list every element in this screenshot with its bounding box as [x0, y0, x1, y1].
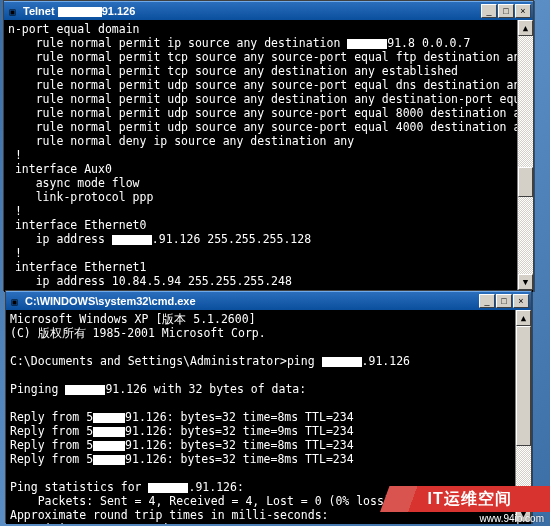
term-line: Approximate round trip times in milli-se…: [10, 508, 329, 522]
term-line: rule normal permit udp source any source…: [8, 120, 533, 134]
minimize-button[interactable]: _: [479, 294, 495, 308]
term-line: interface Aux0: [8, 162, 112, 176]
close-button[interactable]: ×: [513, 294, 529, 308]
term-line: rule normal permit udp source any source…: [8, 106, 533, 120]
term-line: link-protocol ppp: [8, 190, 153, 204]
masked-ip: [93, 413, 125, 423]
term-line: Reply from 5: [10, 424, 93, 438]
term-line: ip address 10.84.5.94 255.255.255.248: [8, 274, 292, 288]
term-line: Minimum = 8ms, Maximum = 9ms, Average = …: [10, 522, 335, 524]
maximize-button[interactable]: □: [498, 4, 514, 18]
window-icon: ▣: [8, 295, 21, 308]
close-button[interactable]: ×: [515, 4, 531, 18]
term-line: interface Ethernet0: [8, 218, 146, 232]
term-line: !: [8, 148, 22, 162]
telnet-terminal[interactable]: n-port equal domain rule normal permit i…: [4, 20, 533, 292]
term-line: rule normal permit udp source any destin…: [8, 92, 533, 106]
scroll-up-button[interactable]: ▲: [516, 310, 531, 326]
term-line: 91.126: bytes=32 time=8ms TTL=234: [125, 438, 353, 452]
title-prefix: Telnet: [23, 5, 58, 17]
term-line: rule normal deny ip source any destinati…: [8, 134, 354, 148]
masked-ip: [93, 427, 125, 437]
term-line: Reply from 5: [10, 410, 93, 424]
cmd-titlebar[interactable]: ▣ C:\WINDOWS\system32\cmd.exe _ □ ×: [6, 291, 531, 310]
telnet-scrollbar: ▲ ▼: [517, 20, 533, 290]
term-line: ip address: [8, 232, 112, 246]
term-line: !: [8, 246, 22, 260]
telnet-title: Telnet 91.126: [23, 5, 135, 17]
watermark-banner: IT运维空间: [380, 486, 550, 512]
masked-ip: [65, 385, 105, 395]
telnet-window: ▣ Telnet 91.126 _ □ × n-port equal domai…: [3, 0, 534, 291]
term-line: 91.126: bytes=32 time=9ms TTL=234: [125, 424, 353, 438]
term-line: async mode flow: [8, 176, 140, 190]
term-line: !: [8, 204, 22, 218]
cmd-title: C:\WINDOWS\system32\cmd.exe: [25, 295, 196, 307]
term-line: (C) 版权所有 1985-2001 Microsoft Corp.: [10, 326, 266, 340]
term-line: 91.8 0.0.0.7: [387, 36, 470, 50]
minimize-button[interactable]: _: [481, 4, 497, 18]
term-line: Reply from 5: [10, 438, 93, 452]
scroll-down-button[interactable]: ▼: [518, 274, 533, 290]
window-controls: _ □ ×: [481, 4, 531, 18]
term-line: Pinging: [10, 382, 65, 396]
masked-ip: [148, 483, 188, 493]
scroll-track[interactable]: [516, 326, 531, 506]
term-line: .91.126:: [188, 480, 243, 494]
term-line: rule normal permit tcp source any destin…: [8, 64, 458, 78]
maximize-button[interactable]: □: [496, 294, 512, 308]
watermark-url: www.94ip.com: [480, 513, 544, 524]
scroll-thumb[interactable]: [518, 167, 533, 197]
title-suffix: 91.126: [102, 5, 136, 17]
term-line: .91.126 255.255.255.128: [152, 232, 311, 246]
masked-ip: [58, 7, 102, 17]
term-line: rule normal permit ip source any destina…: [8, 36, 347, 50]
masked-ip: [322, 357, 362, 367]
term-line: Reply from 5: [10, 452, 93, 466]
term-line: C:\Documents and Settings\Administrator>…: [10, 354, 322, 368]
masked-ip: [347, 39, 387, 49]
window-icon: ▣: [6, 5, 19, 18]
term-line: 91.126 with 32 bytes of data:: [105, 382, 306, 396]
watermark-text: IT运维空间: [428, 489, 512, 510]
telnet-titlebar[interactable]: ▣ Telnet 91.126 _ □ ×: [4, 1, 533, 20]
term-line: 91.126: bytes=32 time=8ms TTL=234: [125, 410, 353, 424]
term-line: Packets: Sent = 4, Received = 4, Lost = …: [10, 494, 398, 508]
scroll-track[interactable]: [518, 36, 533, 274]
term-line: Microsoft Windows XP [版本 5.1.2600]: [10, 312, 256, 326]
term-line: interface Ethernet1: [8, 260, 146, 274]
term-line: rule normal permit tcp source any source…: [8, 50, 527, 64]
term-line: Ping statistics for: [10, 480, 148, 494]
term-line: 91.126: bytes=32 time=8ms TTL=234: [125, 452, 353, 466]
term-line: .91.126: [362, 354, 410, 368]
term-line: n-port equal domain: [8, 22, 140, 36]
term-line: rule normal permit udp source any source…: [8, 78, 527, 92]
masked-ip: [93, 441, 125, 451]
masked-ip: [112, 235, 152, 245]
scroll-thumb[interactable]: [516, 326, 531, 446]
window-controls: _ □ ×: [479, 294, 529, 308]
masked-ip: [93, 455, 125, 465]
scroll-up-button[interactable]: ▲: [518, 20, 533, 36]
